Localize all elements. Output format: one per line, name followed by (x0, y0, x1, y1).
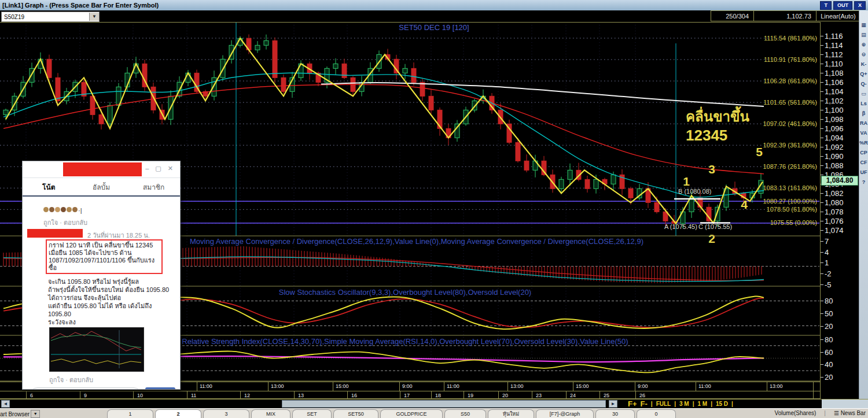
bottom-strip: art Browser ▼ 123MIXSETSET50GOLDPRICES50… (0, 408, 868, 418)
beta-icon[interactable]: β (862, 110, 866, 116)
axis-tick (821, 262, 823, 263)
workspace-tab-S50[interactable]: S50 (444, 409, 486, 418)
range-3m-button[interactable]: 3 M (679, 401, 689, 407)
va-icon[interactable]: VA (860, 130, 867, 136)
like-reply-link[interactable]: ถูกใจ · ตอบกลับ (43, 217, 87, 228)
svg-text:3: 3 (708, 162, 715, 176)
send-message-button[interactable]: ข้อความ (145, 387, 175, 390)
svg-text:1106.28 (661.80%): 1106.28 (661.80%) (763, 77, 817, 84)
remove-icon[interactable]: ⊖ (862, 51, 866, 57)
price-axis: 1,1161,1141,1121,1101,1081,1061,1041,102… (820, 22, 859, 399)
workspace-tab-0[interactable]: 0 (637, 409, 676, 418)
date-divider (347, 391, 348, 398)
popup-tab[interactable]: อัลบั้ม (75, 182, 128, 193)
titlebar-button-x[interactable]: X (854, 1, 866, 10)
price-tick-label: 1,110 (825, 60, 843, 68)
k-line-icon[interactable]: K- (861, 61, 867, 67)
range-full-button[interactable]: FULL (656, 401, 671, 407)
comment-input[interactable]: 📷 ☺ แสดงความคิดเห็น (30, 387, 142, 390)
ls-icon[interactable]: Ls (860, 101, 867, 106)
time-divider (399, 382, 400, 391)
font-increase-button[interactable]: F+ (628, 399, 637, 408)
axis-tick (821, 241, 823, 242)
scale-mode-cell[interactable]: Linear(Auto) (816, 10, 860, 21)
help-icon[interactable]: ? (862, 179, 866, 185)
folder-icon[interactable]: ▤ (861, 32, 866, 38)
time-divider (333, 382, 333, 391)
titlebar-button-t[interactable]: T (820, 1, 832, 10)
uf-icon[interactable]: UF (860, 169, 867, 175)
scroll-right-button[interactable]: ► (609, 400, 617, 408)
workspace-tab-SET[interactable]: SET (292, 409, 332, 418)
price-tick-label: 1,108 (825, 69, 844, 77)
workspace-tab-2[interactable]: 2 (155, 409, 201, 418)
date-label: 17 (404, 393, 410, 398)
popup-tabs: โน้ตอัลบั้มสมาชิก (23, 178, 180, 197)
popup-header[interactable]: – ▢ ✕ (23, 161, 180, 178)
last-price-tag: 1,084.80 (821, 176, 858, 186)
titlebar-button-out[interactable]: OUT (833, 1, 852, 10)
cp-icon[interactable]: CP (860, 150, 867, 156)
date-divider (498, 391, 499, 398)
facebook-popup[interactable]: – ▢ ✕ โน้ตอัลบั้มสมาชิก ·| ถูกใจ · ตอบกล… (22, 161, 181, 390)
popup-window-controls[interactable]: – ▢ ✕ (145, 165, 175, 172)
percent-r-icon[interactable]: %R (859, 140, 868, 146)
add-icon[interactable]: ⊕ (862, 42, 866, 47)
font-decrease-button[interactable]: F- (641, 399, 648, 408)
date-label: 13 (298, 393, 304, 398)
popup-tab[interactable]: โน้ต (23, 182, 75, 193)
axis-tick (821, 212, 823, 212)
chart-browser-dropdown[interactable]: art Browser ▼ (0, 410, 40, 418)
chevron-down-icon[interactable]: ▼ (31, 410, 40, 418)
svg-text:B (1080.08): B (1080.08) (678, 188, 711, 195)
trading-app-window: [Link1] Graph - (Press Space Bar For Ent… (0, 0, 868, 418)
svg-text:A (1075.45): A (1075.45) (664, 223, 697, 230)
window-title: [Link1] Graph - (Press Space Bar For Ent… (0, 2, 159, 9)
scrollbar-thumb[interactable] (282, 400, 606, 408)
axis-tick (821, 313, 823, 314)
axis-tick (821, 165, 823, 166)
axis-tick (821, 273, 823, 274)
date-divider (294, 391, 295, 398)
ra-icon[interactable]: RA (860, 120, 867, 126)
workspace-tab-SET50[interactable]: SET50 (333, 409, 378, 418)
footer-item-0[interactable]: Volume(Shares) (775, 410, 816, 416)
date-label: 23 (536, 393, 542, 398)
range-1m-button[interactable]: 1 M (697, 401, 707, 407)
chevron-down-icon[interactable]: ▼ (89, 13, 99, 21)
workspace-tab-หุ้นใหม่[interactable]: หุ้นใหม่ (488, 409, 534, 418)
post-text-line: ได้ถาวรก่อน จึงจะลุ้นไปต่อ (48, 294, 170, 302)
workspace-tab-1[interactable]: 1 (107, 409, 153, 418)
workspace-tab-[F7]-@Graph[interactable]: [F7]-@Graph (536, 409, 594, 418)
zoom-in-icon[interactable]: Q+ (860, 71, 867, 77)
popup-body: ·| ถูกใจ · ตอบกลับ 2 วันที่ผ่านมา 18.25 … (23, 197, 180, 390)
axis-tick (821, 364, 823, 365)
popup-tab[interactable]: สมาชิก (127, 182, 180, 193)
workspace-tab-MIX[interactable]: MIX (251, 409, 290, 418)
date-label: 6 (30, 393, 33, 398)
chart-thumbnail[interactable] (49, 327, 144, 372)
redacted-name (27, 229, 83, 238)
indicator-tick-label: 1 (825, 258, 829, 267)
indicator-tick-label: 80 (825, 297, 833, 305)
svg-text:1083.13 (161.80%): 1083.13 (161.80%) (763, 184, 817, 191)
grid-icon[interactable]: ▦ (861, 22, 866, 28)
screen-icon[interactable]: ▭ (861, 91, 866, 97)
like-reply-link[interactable]: ถูกใจ · ตอบกลับ (49, 375, 93, 385)
scroll-left-button[interactable]: ◄ (1, 400, 10, 408)
chart-browser-label: art Browser (0, 411, 30, 417)
symbol-select[interactable]: S50Z19 ▼ (1, 12, 100, 22)
macd-label: Moving Average Convergence / Divergence(… (190, 237, 643, 246)
range-15d-button[interactable]: 15 D (716, 401, 728, 407)
time-label: 9:00 (402, 383, 413, 389)
post-text-line: ระวังจะลง (48, 318, 170, 326)
cf-icon[interactable]: CF (860, 160, 867, 165)
workspace-tab-3[interactable]: 3 (203, 409, 249, 418)
axis-tick (821, 230, 823, 231)
post-text-line: ถ้าพรุ่งนี้ตั้งใจให้ขึ้นรอบใหม่ ต้องยืน … (48, 286, 170, 294)
zoom-out-icon[interactable]: Q- (861, 81, 867, 87)
indicator-tick-label: 7 (825, 237, 829, 246)
workspace-tab-30[interactable]: 30 (595, 409, 635, 418)
workspace-tab-GOLDPRICE[interactable]: GOLDPRICE (380, 409, 443, 418)
footer-item-1[interactable]: ☰ News Bar (834, 410, 866, 416)
